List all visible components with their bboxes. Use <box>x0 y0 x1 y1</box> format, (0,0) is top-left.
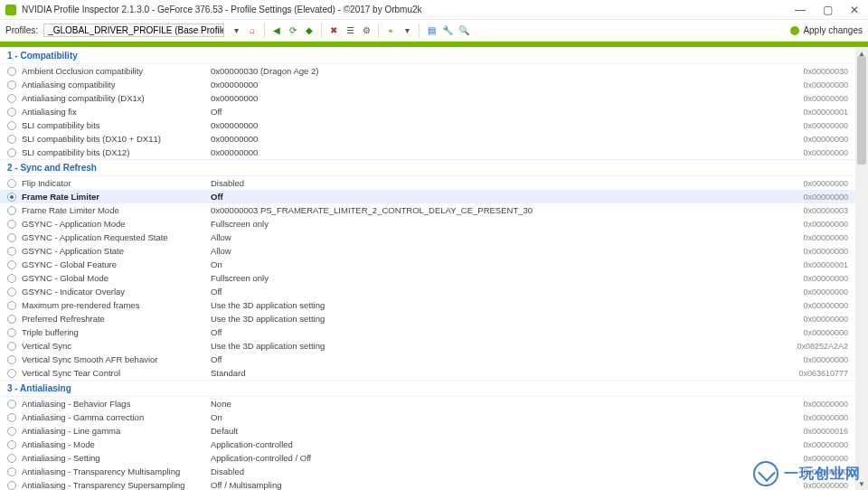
setting-value[interactable]: Off <box>207 287 776 297</box>
scrollbar[interactable]: ▲ ▼ <box>855 47 868 490</box>
setting-value[interactable]: Application-controlled / Off <box>207 453 776 463</box>
setting-row[interactable]: Maximum pre-rendered framesUse the 3D ap… <box>0 298 855 312</box>
row-radio-icon[interactable] <box>7 193 16 202</box>
row-radio-icon[interactable] <box>7 148 16 157</box>
setting-row[interactable]: SLI compatibility bits (DX10 + DX11)0x00… <box>0 132 855 146</box>
setting-value[interactable]: Allow <box>207 232 776 242</box>
setting-value[interactable]: Allow <box>207 246 776 256</box>
setting-row[interactable]: Ambient Occlusion compatibility0x0000003… <box>0 64 855 78</box>
setting-row[interactable]: Triple bufferingOff0x00000000 <box>0 325 855 339</box>
setting-value[interactable]: Disabled <box>207 466 776 476</box>
setting-row[interactable]: Vertical Sync Smooth AFR behaviorOff0x00… <box>0 353 855 366</box>
setting-value[interactable]: Off <box>207 107 776 117</box>
dropdown-icon[interactable]: ▾ <box>230 24 242 37</box>
row-radio-icon[interactable] <box>7 328 16 337</box>
dropdown-2-icon[interactable]: ▾ <box>401 24 413 37</box>
back-arrow-icon[interactable]: ◀ <box>270 24 283 37</box>
setting-value[interactable]: Use the 3D application setting <box>207 314 776 324</box>
setting-row[interactable]: Antialiasing - Transparency Multisamplin… <box>0 465 855 478</box>
scroll-thumb[interactable] <box>857 56 866 165</box>
setting-value[interactable]: Off <box>207 354 776 364</box>
row-radio-icon[interactable] <box>7 260 16 269</box>
setting-row[interactable]: Frame Rate LimiterOff0x00000000 <box>0 190 855 203</box>
setting-value[interactable]: Off / Multisampling <box>207 480 776 490</box>
find-icon[interactable]: 🔍 <box>458 24 470 37</box>
setting-value[interactable]: 0x00000000 <box>207 147 776 157</box>
setting-value[interactable]: Fullscreen only <box>207 219 776 229</box>
delete-icon[interactable]: ✖ <box>327 24 340 37</box>
nvidia-restore-icon[interactable]: ◆ <box>303 24 316 37</box>
setting-value[interactable]: On <box>207 259 776 269</box>
setting-row[interactable]: Vertical SyncUse the 3D application sett… <box>0 339 855 353</box>
row-radio-icon[interactable] <box>7 301 16 310</box>
setting-row[interactable]: SLI compatibility bits0x000000000x000000… <box>0 118 855 132</box>
setting-row[interactable]: GSYNC - Application ModeFullscreen only0… <box>0 217 855 231</box>
row-radio-icon[interactable] <box>7 440 16 449</box>
row-radio-icon[interactable] <box>7 233 16 242</box>
row-radio-icon[interactable] <box>7 355 16 364</box>
setting-row[interactable]: Antialiasing - Gamma correctionOn0x00000… <box>0 410 855 424</box>
setting-row[interactable]: Frame Rate Limiter Mode0x00000003 PS_FRA… <box>0 203 855 217</box>
row-radio-icon[interactable] <box>7 108 16 117</box>
row-radio-icon[interactable] <box>7 220 16 229</box>
row-radio-icon[interactable] <box>7 315 16 324</box>
row-radio-icon[interactable] <box>7 121 16 130</box>
setting-value[interactable]: Disabled <box>207 178 776 188</box>
section-header[interactable]: 3 - Antialiasing <box>0 380 855 397</box>
setting-row[interactable]: GSYNC - Application Requested StateAllow… <box>0 231 855 244</box>
setting-row[interactable]: GSYNC - Application StateAllow0x00000000 <box>0 244 855 258</box>
row-radio-icon[interactable] <box>7 179 16 188</box>
setting-row[interactable]: Antialiasing - SettingApplication-contro… <box>0 451 855 465</box>
setting-value[interactable]: Standard <box>207 368 776 378</box>
setting-row[interactable]: GSYNC - Global FeatureOn0x00000001 <box>0 258 855 271</box>
row-radio-icon[interactable] <box>7 206 16 215</box>
row-radio-icon[interactable] <box>7 274 16 283</box>
row-radio-icon[interactable] <box>7 467 16 476</box>
row-radio-icon[interactable] <box>7 369 16 378</box>
setting-row[interactable]: GSYNC - Indicator OverlayOff0x00000000 <box>0 285 855 298</box>
section-header[interactable]: 1 - Compatibility <box>0 47 855 64</box>
setting-row[interactable]: SLI compatibility bits (DX12)0x000000000… <box>0 146 855 159</box>
setting-value[interactable]: Default <box>207 426 776 436</box>
setting-row[interactable]: Antialiasing - ModeApplication-controlle… <box>0 438 855 451</box>
setting-value[interactable]: Application-controlled <box>207 439 776 449</box>
section-header[interactable]: 2 - Sync and Refresh <box>0 159 855 176</box>
maximize-button[interactable]: ▢ <box>814 0 841 19</box>
setting-row[interactable]: Antialiasing compatibility0x000000000x00… <box>0 78 855 91</box>
row-radio-icon[interactable] <box>7 67 16 76</box>
setting-row[interactable]: GSYNC - Global ModeFullscreen only0x0000… <box>0 271 855 285</box>
row-radio-icon[interactable] <box>7 413 16 422</box>
setting-value[interactable]: 0x00000000 <box>207 134 776 144</box>
settings-icon[interactable]: ⚙ <box>360 24 373 37</box>
row-radio-icon[interactable] <box>7 427 16 436</box>
setting-row[interactable]: Preferred RefreshrateUse the 3D applicat… <box>0 312 855 325</box>
setting-value[interactable]: Use the 3D application setting <box>207 341 776 351</box>
setting-value[interactable]: On <box>207 412 776 422</box>
apply-changes-button[interactable]: Apply changes <box>790 25 863 35</box>
setting-value[interactable]: Off <box>207 327 776 337</box>
profile-dropdown[interactable]: _GLOBAL_DRIVER_PROFILE (Base Profile) <box>43 24 224 37</box>
setting-value[interactable]: Fullscreen only <box>207 273 776 283</box>
row-radio-icon[interactable] <box>7 400 16 409</box>
setting-value[interactable]: Use the 3D application setting <box>207 300 776 310</box>
setting-value[interactable]: 0x00000003 PS_FRAMERATE_LIMITER_2_CONTRO… <box>207 205 776 215</box>
setting-value[interactable]: 0x00000000 <box>207 120 776 130</box>
setting-value[interactable]: 0x00000000 <box>207 93 776 103</box>
close-button[interactable]: ✕ <box>841 0 868 19</box>
tool-icon[interactable]: 🔧 <box>441 24 454 37</box>
row-radio-icon[interactable] <box>7 454 16 463</box>
setting-row[interactable]: Antialiasing - Transparency Supersamplin… <box>0 478 855 490</box>
setting-row[interactable]: Antialiasing - Line gammaDefault0x000000… <box>0 424 855 438</box>
setting-row[interactable]: Antialiasing fixOff0x00000001 <box>0 105 855 118</box>
add-icon[interactable]: ＋ <box>384 24 397 37</box>
minimize-button[interactable]: ― <box>787 0 814 19</box>
setting-value[interactable]: Off <box>207 192 776 202</box>
row-radio-icon[interactable] <box>7 247 16 256</box>
setting-row[interactable]: Antialiasing - Behavior FlagsNone0x00000… <box>0 397 855 410</box>
row-radio-icon[interactable] <box>7 80 16 90</box>
refresh-icon[interactable]: ⟳ <box>287 24 299 37</box>
setting-row[interactable]: Antialiasing compatibility (DX1x)0x00000… <box>0 91 855 105</box>
home-icon[interactable]: ⌂ <box>246 24 259 37</box>
export-icon[interactable]: ▤ <box>425 24 438 37</box>
setting-value[interactable]: 0x00000000 <box>207 80 776 90</box>
